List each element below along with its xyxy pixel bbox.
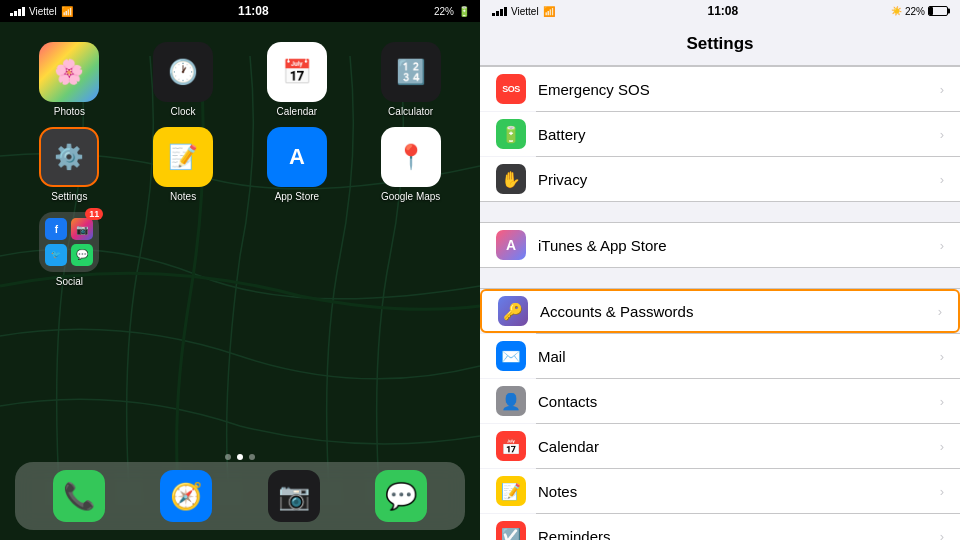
status-bar-left: Viettel 📶 11:08 22% 🔋 — [0, 0, 480, 22]
settings-item-itunes[interactable]: A iTunes & App Store › — [480, 223, 960, 267]
page-dot-1 — [225, 454, 231, 460]
section-gap-2 — [480, 268, 960, 288]
page-indicator — [0, 454, 480, 460]
contacts-icon-symbol: 👤 — [501, 392, 521, 411]
social-badge: 11 — [85, 208, 103, 220]
accounts-chevron: › — [938, 304, 942, 319]
app-notes-label: Notes — [170, 191, 196, 202]
notes-icon-wrapper: 📝 — [496, 476, 526, 506]
mail-chevron: › — [940, 349, 944, 364]
app-calculator[interactable]: 🔢 Calculator — [356, 42, 465, 117]
app-calendar[interactable]: 📅 Calendar — [243, 42, 352, 117]
social-folder-label: Social — [56, 276, 83, 287]
maps-icon: 📍 — [396, 143, 426, 171]
contacts-chevron: › — [940, 394, 944, 409]
calendar-label: Calendar — [538, 438, 940, 455]
calculator-icon: 🔢 — [396, 58, 426, 86]
section-gap-1 — [480, 202, 960, 222]
battery-chevron: › — [940, 127, 944, 142]
calendar-icon: 📅 — [282, 58, 312, 86]
notes-chevron: › — [940, 484, 944, 499]
accounts-icon-wrapper: 🔑 — [498, 296, 528, 326]
reminders-chevron: › — [940, 529, 944, 541]
battery-percent: 22% — [434, 6, 454, 17]
app-photos[interactable]: 🌸 Photos — [15, 42, 124, 117]
itunes-icon-symbol: A — [506, 237, 516, 253]
page-dot-2 — [237, 454, 243, 460]
app-settings[interactable]: ⚙️ Settings — [15, 127, 124, 202]
app-social-folder[interactable]: f 📷 🐦 💬 11 Social — [15, 212, 124, 287]
settings-item-reminders[interactable]: ☑️ Reminders › — [480, 514, 960, 540]
app-appstore[interactable]: A App Store — [243, 127, 352, 202]
app-photos-label: Photos — [54, 106, 85, 117]
battery-icon-wrapper: 🔋 — [496, 119, 526, 149]
right-carrier-signal: Viettel 📶 — [492, 6, 555, 17]
privacy-chevron: › — [940, 172, 944, 187]
privacy-icon-symbol: ✋ — [501, 170, 521, 189]
settings-item-contacts[interactable]: 👤 Contacts › — [480, 379, 960, 423]
reminders-icon-symbol: ☑️ — [501, 527, 521, 541]
app-settings-label: Settings — [51, 191, 87, 202]
right-wifi-icon: 📶 — [543, 6, 555, 17]
app-clock[interactable]: 🕐 Clock — [129, 42, 238, 117]
dock-phone[interactable]: 📞 — [53, 470, 105, 522]
emergency-sos-icon: SOS — [496, 74, 526, 104]
dock-messages[interactable]: 💬 — [375, 470, 427, 522]
accounts-label: Accounts & Passwords — [540, 303, 938, 320]
app-dock: 📞 🧭 📷 💬 — [15, 462, 465, 530]
notes-label: Notes — [538, 483, 940, 500]
dock-safari[interactable]: 🧭 — [160, 470, 212, 522]
battery-icon-symbol: 🔋 — [501, 125, 521, 144]
calendar-icon-wrapper: 📅 — [496, 431, 526, 461]
app-maps[interactable]: 📍 Google Maps — [356, 127, 465, 202]
reminders-icon-wrapper: ☑️ — [496, 521, 526, 540]
dock-messages-icon: 💬 — [385, 481, 417, 512]
app-maps-label: Google Maps — [381, 191, 440, 202]
dock-phone-icon: 📞 — [63, 481, 95, 512]
settings-item-notes[interactable]: 📝 Notes › — [480, 469, 960, 513]
right-carrier-name: Viettel — [511, 6, 539, 17]
app-calculator-label: Calculator — [388, 106, 433, 117]
app-grid: 🌸 Photos 🕐 Clock 📅 Calendar 🔢 — [0, 32, 480, 297]
status-bar-right: Viettel 📶 11:08 ☀️ 22% — [480, 0, 960, 22]
photos-icon: 🌸 — [54, 58, 84, 86]
dock-camera-icon: 📷 — [278, 481, 310, 512]
app-clock-label: Clock — [171, 106, 196, 117]
app-notes[interactable]: 📝 Notes — [129, 127, 238, 202]
itunes-label: iTunes & App Store — [538, 237, 940, 254]
appstore-icon: A — [289, 144, 305, 170]
mail-label: Mail — [538, 348, 940, 365]
contacts-label: Contacts — [538, 393, 940, 410]
page-dot-3 — [249, 454, 255, 460]
carrier-name: Viettel — [29, 6, 57, 17]
battery-icon: 🔋 — [458, 6, 470, 17]
home-screen: 🌸 Photos 🕐 Clock 📅 Calendar 🔢 — [0, 22, 480, 540]
settings-item-privacy[interactable]: ✋ Privacy › — [480, 157, 960, 201]
right-battery-percent: 22% — [905, 6, 925, 17]
settings-header: Settings — [480, 22, 960, 66]
right-phone: Viettel 📶 11:08 ☀️ 22% Settings SOS Emer… — [480, 0, 960, 540]
emergency-sos-chevron: › — [940, 82, 944, 97]
settings-item-accounts[interactable]: 🔑 Accounts & Passwords › — [480, 289, 960, 333]
itunes-icon-wrapper: A — [496, 230, 526, 260]
notes-icon-symbol: 📝 — [501, 482, 521, 501]
settings-list: SOS Emergency SOS › 🔋 Battery › ✋ Privac… — [480, 66, 960, 540]
right-signal-icon — [492, 7, 507, 16]
settings-item-battery[interactable]: 🔋 Battery › — [480, 112, 960, 156]
privacy-icon-wrapper: ✋ — [496, 164, 526, 194]
mail-icon-symbol: ✉️ — [501, 347, 521, 366]
signal-icon — [10, 7, 25, 16]
battery-label: Battery — [538, 126, 940, 143]
settings-item-calendar[interactable]: 📅 Calendar › — [480, 424, 960, 468]
accounts-icon-symbol: 🔑 — [503, 302, 523, 321]
social-folder-icon: f 📷 🐦 💬 — [39, 212, 99, 272]
dock-camera[interactable]: 📷 — [268, 470, 320, 522]
calendar-chevron: › — [940, 439, 944, 454]
settings-item-emergency-sos[interactable]: SOS Emergency SOS › — [480, 67, 960, 111]
calendar-icon-symbol: 📅 — [501, 437, 521, 456]
mail-icon-wrapper: ✉️ — [496, 341, 526, 371]
emergency-sos-label: Emergency SOS — [538, 81, 940, 98]
app-appstore-label: App Store — [275, 191, 319, 202]
settings-item-mail[interactable]: ✉️ Mail › — [480, 334, 960, 378]
right-battery-info: ☀️ 22% — [891, 6, 948, 17]
